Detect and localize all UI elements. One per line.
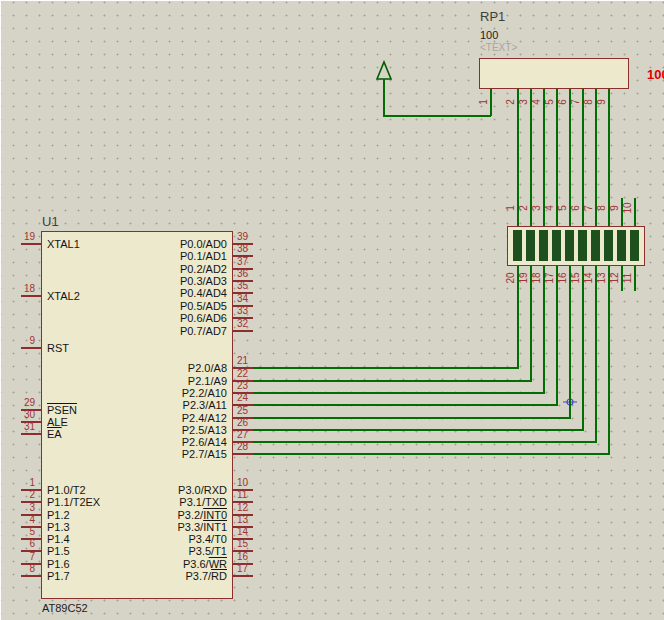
pin-name-label: P3.1/TXD: [97, 496, 227, 508]
wire-p2-6-vertical[interactable]: [595, 291, 597, 443]
bargraph-segment: [552, 230, 561, 261]
pin-number: 13: [237, 514, 267, 525]
pin-number: 38: [237, 243, 267, 254]
pin-name-label: P1.0/T2: [47, 484, 86, 496]
wire-p2-5-horizontal[interactable]: [253, 429, 583, 431]
pin-name-label: P2.4/A12: [97, 412, 227, 424]
pin-name-label: P2.0/A8: [97, 362, 227, 374]
bargraph-segment: [539, 230, 548, 261]
pin-name-label: P0.3/AD3: [97, 275, 227, 287]
wire-p2-0-horizontal[interactable]: [253, 367, 518, 369]
pin-number: 28: [237, 441, 267, 452]
bargraph-segment: [617, 230, 626, 261]
wire-p2-7-vertical[interactable]: [608, 291, 610, 455]
pin-number: 1: [3, 477, 35, 488]
pin-name-label: P2.7/A15: [97, 448, 227, 460]
pin-number: 32: [237, 318, 267, 329]
pin-name-label: PSEN: [47, 404, 77, 416]
chip-pin-stub[interactable]: [21, 575, 41, 577]
pin-number: 3: [3, 502, 35, 513]
wire-power-stem[interactable]: [383, 79, 385, 116]
pin-name-label: P2.6/A14: [97, 436, 227, 448]
bargraph-segment: [565, 230, 574, 261]
wire-p2-0-vertical[interactable]: [517, 291, 519, 369]
offscreen-value-label[interactable]: 100: [647, 67, 664, 82]
bargraph-segment: [630, 230, 639, 261]
pin-name-label: ALE: [47, 416, 68, 428]
rp1-pin-number: 1: [475, 94, 491, 110]
chip-pin-stub[interactable]: [21, 243, 41, 245]
chip-pin-stub[interactable]: [233, 453, 253, 455]
pin-name-label: P2.1/A9: [97, 375, 227, 387]
wire-p2-2-vertical[interactable]: [543, 291, 545, 394]
pin-name-label: P0.4/AD4: [97, 287, 227, 299]
wire-p2-4-vertical[interactable]: [569, 291, 571, 419]
chip-pin-stub[interactable]: [21, 295, 41, 297]
chip-part-label[interactable]: AT89C52: [42, 602, 88, 614]
pin-name-label: P1.6: [47, 558, 70, 570]
resistor-pack-body[interactable]: [479, 58, 629, 89]
pin-number: 2: [3, 489, 35, 500]
pin-number: 6: [3, 538, 35, 549]
pin-name-label: P3.6/WR: [97, 558, 227, 570]
wire-p2-7-horizontal[interactable]: [253, 453, 609, 455]
chip-ref-label[interactable]: U1: [42, 214, 59, 229]
pin-number: 9: [3, 335, 35, 346]
schematic-canvas: U1 AT89C52 RP1 100 <TEXT> 100 19XTAL118X…: [0, 0, 664, 620]
wire-p2-3-vertical[interactable]: [556, 291, 558, 406]
pin-number: 35: [237, 280, 267, 291]
pin-number: 36: [237, 268, 267, 279]
pin-name-label: P2.3/A11: [97, 399, 227, 411]
pin-number: 33: [237, 305, 267, 316]
pin-number: 16: [237, 551, 267, 562]
pin-number: 27: [237, 429, 267, 440]
pin-name-label: XTAL2: [47, 290, 80, 302]
pin-name-label: P1.1/T2EX: [47, 496, 100, 508]
pin-number: 30: [3, 409, 35, 420]
wire-power-horizontal[interactable]: [383, 115, 491, 117]
power-terminal-icon[interactable]: [375, 60, 393, 80]
pin-name-label: P3.5/T1: [97, 545, 227, 557]
pin-name-label: P0.2/AD2: [97, 263, 227, 275]
pin-number: 15: [237, 538, 267, 549]
wire-p2-2-horizontal[interactable]: [253, 392, 544, 394]
pin-number: 17: [237, 563, 267, 574]
pin-number: 37: [237, 256, 267, 267]
wire-p2-6-horizontal[interactable]: [253, 441, 596, 443]
bargraph-segment: [513, 230, 522, 261]
chip-pin-stub[interactable]: [233, 330, 253, 332]
pin-name-label: P1.4: [47, 533, 70, 545]
wire-p2-5-vertical[interactable]: [582, 291, 584, 431]
pin-name-label: P1.2: [47, 509, 70, 521]
chip-pin-stub[interactable]: [21, 433, 41, 435]
chip-pin-stub[interactable]: [233, 575, 253, 577]
pin-number: 18: [3, 283, 35, 294]
bargraph-segment: [591, 230, 600, 261]
pin-number: 5: [3, 526, 35, 537]
pin-number: 19: [3, 231, 35, 242]
pin-number: 25: [237, 405, 267, 416]
wire-p2-3-horizontal[interactable]: [253, 404, 557, 406]
wire-p2-4-horizontal[interactable]: [253, 417, 570, 419]
rp1-text-placeholder: <TEXT>: [480, 42, 517, 53]
pin-name-label: P0.0/AD0: [97, 238, 227, 250]
pin-number: 39: [237, 231, 267, 242]
pin-name-label: P3.2/INT0: [97, 509, 227, 521]
pin-number: 4: [3, 514, 35, 525]
bargraph-segment: [604, 230, 613, 261]
wire-p2-1-horizontal[interactable]: [253, 380, 531, 382]
wire-p2-1-vertical[interactable]: [530, 291, 532, 382]
rp1-ref-label[interactable]: RP1: [480, 9, 505, 24]
pin-number: 31: [3, 421, 35, 432]
pin-name-label: P1.7: [47, 570, 70, 582]
pin-name-label: RST: [47, 342, 69, 354]
pin-name-label: XTAL1: [47, 238, 80, 250]
rp1-value-label[interactable]: 100: [480, 29, 498, 41]
pin-number: 26: [237, 417, 267, 428]
chip-pin-stub[interactable]: [21, 347, 41, 349]
pin-name-label: EA: [47, 428, 62, 440]
pin-number: 12: [237, 502, 267, 513]
pin-name-label: P1.3: [47, 521, 70, 533]
pin-number: 14: [237, 526, 267, 537]
pin-name-label: P0.5/AD5: [97, 300, 227, 312]
